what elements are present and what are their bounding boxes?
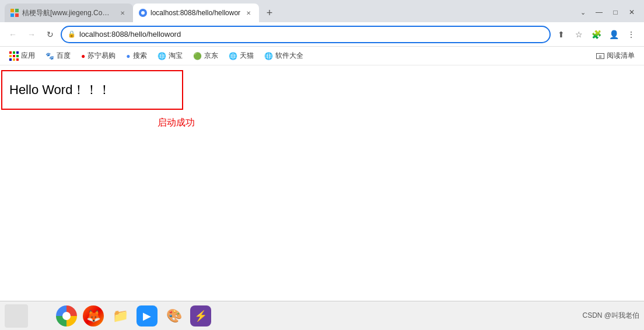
- expand-icon[interactable]: ⌄: [575, 5, 590, 20]
- minimize-button[interactable]: —: [592, 5, 607, 20]
- taskbar-photos-icon[interactable]: 🎨: [163, 305, 184, 326]
- search-icon: ●: [126, 52, 130, 60]
- address-bar-container[interactable]: 🔒: [61, 26, 551, 43]
- taskbar-explorer-icon[interactable]: 📁: [110, 305, 131, 326]
- maximize-button[interactable]: □: [608, 5, 623, 20]
- startup-text: 启动成功: [158, 117, 195, 129]
- lock-icon: 🔒: [68, 30, 76, 38]
- bookmark-suning[interactable]: ● 苏宁易购: [76, 49, 120, 62]
- apps-label: 应用: [21, 51, 35, 61]
- back-button[interactable]: ←: [5, 26, 21, 43]
- svg-rect-1: [15, 9, 19, 12]
- tab2-close-icon[interactable]: ✕: [244, 8, 253, 18]
- apps-grid-icon: [9, 51, 19, 61]
- software-icon: 🌐: [264, 52, 273, 60]
- taskbar-chrome-icon[interactable]: [56, 305, 77, 326]
- jd-label: 京东: [204, 51, 218, 61]
- bookmark-jd[interactable]: 🟢 京东: [188, 49, 223, 62]
- taskbar-dev-icon[interactable]: ⚡: [190, 305, 211, 326]
- bookmark-taobao[interactable]: 🌐 淘宝: [153, 49, 187, 62]
- baidu-label: 百度: [57, 51, 71, 61]
- new-tab-button[interactable]: +: [261, 5, 278, 21]
- bookmarks-right: ≡ 阅读清单: [592, 49, 639, 62]
- bookmark-button[interactable]: ☆: [570, 26, 587, 43]
- bookmark-apps[interactable]: 应用: [5, 49, 40, 62]
- bookmark-software[interactable]: 🌐 软件大全: [260, 49, 308, 62]
- svg-rect-2: [10, 13, 14, 17]
- refresh-button[interactable]: ↻: [42, 26, 58, 43]
- bookmark-baidu[interactable]: 🐾 百度: [41, 49, 75, 62]
- page-content: Hello Word！！！ 启动成功: [0, 65, 644, 330]
- credit-text: CSDN @叫我老伯: [582, 311, 639, 319]
- baidu-icon: 🐾: [46, 52, 54, 60]
- taskbar-right: CSDN @叫我老伯: [582, 311, 639, 321]
- taobao-icon: 🌐: [158, 52, 166, 60]
- title-bar: 桔梗导航[www.jiegeng.Com]_主 ✕ localhost:8088…: [0, 0, 644, 22]
- bookmarks-bar: 应用 🐾 百度 ● 苏宁易购 ● 搜索 🌐 淘宝 🟢 京东 🌐 天猫 🌐: [0, 47, 644, 65]
- forward-button[interactable]: →: [23, 26, 40, 43]
- taskbar-firefox-icon[interactable]: 🦊: [83, 305, 104, 326]
- share-button[interactable]: ⬆: [553, 26, 569, 43]
- menu-button[interactable]: ⋮: [623, 26, 639, 43]
- taskbar-captura-icon[interactable]: ▶: [136, 305, 158, 326]
- jd-icon: 🟢: [193, 52, 202, 60]
- window-controls: ⌄ — □ ✕: [575, 5, 639, 20]
- browser-window: 桔梗导航[www.jiegeng.Com]_主 ✕ localhost:8088…: [0, 0, 644, 330]
- toolbar: ← → ↻ 🔒 ⬆ ☆ 🧩 👤 ⋮: [0, 22, 644, 47]
- tab1-close-icon[interactable]: ✕: [118, 8, 127, 18]
- svg-rect-0: [10, 9, 14, 12]
- extension-button[interactable]: 🧩: [588, 26, 604, 43]
- search-label: 搜索: [133, 51, 147, 61]
- tab2-label: localhost:8088/hello/hellowor: [150, 9, 240, 17]
- software-label: 软件大全: [275, 51, 303, 61]
- bookmark-search[interactable]: ● 搜索: [121, 49, 151, 62]
- tab-inactive[interactable]: 桔梗导航[www.jiegeng.Com]_主 ✕: [5, 4, 133, 22]
- taskbar: 🦊 📁 ▶ 🎨 ⚡ CSDN @叫我老伯: [0, 301, 644, 330]
- read-list-label: 阅读清单: [607, 51, 635, 61]
- hello-word-text: Hello Word！！！: [9, 81, 111, 99]
- read-list-icon: ≡: [596, 53, 604, 59]
- address-input[interactable]: [79, 30, 544, 39]
- toolbar-right: ⬆ ☆ 🧩 👤 ⋮: [553, 26, 639, 43]
- tab1-favicon: [10, 9, 19, 17]
- tab2-favicon: [139, 9, 147, 17]
- tmall-icon: 🌐: [229, 52, 237, 60]
- profile-button[interactable]: 👤: [606, 26, 622, 43]
- taobao-label: 淘宝: [169, 51, 183, 61]
- svg-rect-3: [15, 13, 19, 17]
- svg-point-5: [141, 11, 145, 15]
- tab-active[interactable]: localhost:8088/hello/hellowor ✕: [133, 4, 259, 22]
- hello-word-box: Hello Word！！！: [1, 70, 183, 110]
- tab1-label: 桔梗导航[www.jiegeng.Com]_主: [22, 8, 114, 18]
- bookmark-tmall[interactable]: 🌐 天猫: [224, 49, 258, 62]
- read-list-button[interactable]: ≡ 阅读清单: [592, 49, 639, 62]
- tmall-label: 天猫: [240, 51, 254, 61]
- taskbar-icons: 🦊 📁 ▶ 🎨 ⚡: [56, 305, 211, 326]
- taskbar-start-area: [5, 304, 28, 328]
- suning-label: 苏宁易购: [88, 51, 116, 61]
- close-button[interactable]: ✕: [624, 5, 639, 20]
- suning-icon: ●: [81, 52, 85, 60]
